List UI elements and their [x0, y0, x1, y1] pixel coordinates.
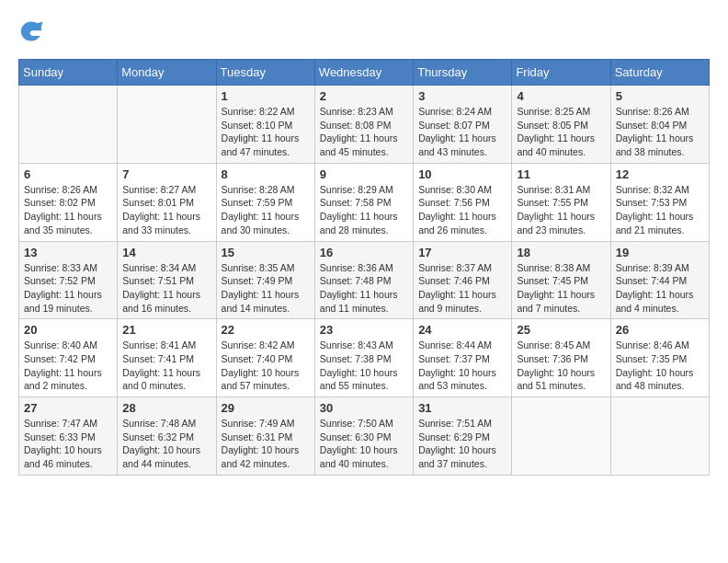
day-cell: 13Sunrise: 8:33 AM Sunset: 7:52 PM Dayli…	[19, 241, 118, 319]
day-cell: 1Sunrise: 8:22 AM Sunset: 8:10 PM Daylig…	[216, 86, 314, 164]
header-cell-friday: Friday	[512, 60, 610, 86]
day-cell: 7Sunrise: 8:27 AM Sunset: 8:01 PM Daylig…	[118, 163, 216, 241]
day-number: 11	[517, 167, 605, 181]
week-row-5: 27Sunrise: 7:47 AM Sunset: 6:33 PM Dayli…	[19, 397, 710, 476]
day-number: 4	[517, 89, 605, 103]
day-detail: Sunrise: 8:36 AM Sunset: 7:48 PM Dayligh…	[320, 261, 408, 316]
day-cell: 23Sunrise: 8:43 AM Sunset: 7:38 PM Dayli…	[314, 319, 413, 397]
day-detail: Sunrise: 7:51 AM Sunset: 6:29 PM Dayligh…	[418, 417, 506, 471]
day-detail: Sunrise: 7:47 AM Sunset: 6:33 PM Dayligh…	[24, 417, 112, 471]
day-detail: Sunrise: 8:39 AM Sunset: 7:44 PM Dayligh…	[616, 261, 704, 316]
day-cell: 25Sunrise: 8:45 AM Sunset: 7:36 PM Dayli…	[512, 319, 610, 397]
day-cell: 6Sunrise: 8:26 AM Sunset: 8:02 PM Daylig…	[19, 163, 118, 241]
day-detail: Sunrise: 8:26 AM Sunset: 8:02 PM Dayligh…	[24, 183, 112, 237]
day-detail: Sunrise: 8:33 AM Sunset: 7:52 PM Dayligh…	[24, 261, 112, 316]
day-cell: 29Sunrise: 7:49 AM Sunset: 6:31 PM Dayli…	[216, 397, 314, 476]
day-cell: 27Sunrise: 7:47 AM Sunset: 6:33 PM Dayli…	[19, 397, 118, 476]
day-detail: Sunrise: 8:32 AM Sunset: 7:53 PM Dayligh…	[616, 183, 704, 237]
day-detail: Sunrise: 8:26 AM Sunset: 8:04 PM Dayligh…	[616, 105, 704, 159]
day-number: 28	[122, 401, 210, 415]
calendar-header: SundayMondayTuesdayWednesdayThursdayFrid…	[19, 60, 710, 86]
day-cell: 3Sunrise: 8:24 AM Sunset: 8:07 PM Daylig…	[414, 86, 512, 164]
day-detail: Sunrise: 8:44 AM Sunset: 7:37 PM Dayligh…	[418, 339, 506, 393]
day-number: 17	[418, 246, 506, 259]
day-cell	[610, 397, 709, 476]
day-cell: 4Sunrise: 8:25 AM Sunset: 8:05 PM Daylig…	[512, 86, 610, 164]
day-detail: Sunrise: 8:38 AM Sunset: 7:45 PM Dayligh…	[517, 261, 605, 316]
header-cell-tuesday: Tuesday	[216, 60, 314, 86]
day-number: 20	[24, 323, 112, 337]
day-detail: Sunrise: 8:25 AM Sunset: 8:05 PM Dayligh…	[517, 105, 605, 159]
day-cell: 11Sunrise: 8:31 AM Sunset: 7:55 PM Dayli…	[512, 163, 610, 241]
day-detail: Sunrise: 8:30 AM Sunset: 7:56 PM Dayligh…	[418, 183, 506, 237]
week-row-3: 13Sunrise: 8:33 AM Sunset: 7:52 PM Dayli…	[19, 241, 710, 319]
day-cell: 22Sunrise: 8:42 AM Sunset: 7:40 PM Dayli…	[216, 319, 314, 397]
day-cell: 15Sunrise: 8:35 AM Sunset: 7:49 PM Dayli…	[216, 241, 314, 319]
logo-icon	[18, 18, 44, 44]
day-number: 30	[320, 401, 408, 415]
day-cell: 16Sunrise: 8:36 AM Sunset: 7:48 PM Dayli…	[314, 241, 413, 319]
day-cell: 17Sunrise: 8:37 AM Sunset: 7:46 PM Dayli…	[414, 241, 512, 319]
day-detail: Sunrise: 7:49 AM Sunset: 6:31 PM Dayligh…	[222, 417, 310, 471]
day-number: 14	[122, 246, 210, 259]
day-number: 10	[418, 167, 506, 181]
header-row: SundayMondayTuesdayWednesdayThursdayFrid…	[19, 60, 710, 86]
header-cell-saturday: Saturday	[610, 60, 709, 86]
day-cell: 12Sunrise: 8:32 AM Sunset: 7:53 PM Dayli…	[610, 163, 709, 241]
day-detail: Sunrise: 8:43 AM Sunset: 7:38 PM Dayligh…	[320, 339, 408, 393]
day-detail: Sunrise: 8:35 AM Sunset: 7:49 PM Dayligh…	[222, 261, 310, 316]
day-number: 7	[122, 167, 210, 181]
calendar-table: SundayMondayTuesdayWednesdayThursdayFrid…	[18, 59, 710, 476]
header-cell-thursday: Thursday	[414, 60, 512, 86]
day-cell: 28Sunrise: 7:48 AM Sunset: 6:32 PM Dayli…	[118, 397, 216, 476]
header-cell-wednesday: Wednesday	[314, 60, 413, 86]
day-detail: Sunrise: 8:42 AM Sunset: 7:40 PM Dayligh…	[222, 339, 310, 393]
day-detail: Sunrise: 8:22 AM Sunset: 8:10 PM Dayligh…	[222, 105, 310, 159]
day-cell	[118, 86, 216, 164]
day-number: 18	[517, 246, 605, 259]
day-cell: 14Sunrise: 8:34 AM Sunset: 7:51 PM Dayli…	[118, 241, 216, 319]
day-cell: 19Sunrise: 8:39 AM Sunset: 7:44 PM Dayli…	[610, 241, 709, 319]
day-cell	[19, 86, 118, 164]
day-detail: Sunrise: 8:31 AM Sunset: 7:55 PM Dayligh…	[517, 183, 605, 237]
day-detail: Sunrise: 8:24 AM Sunset: 8:07 PM Dayligh…	[418, 105, 506, 159]
day-number: 13	[24, 246, 112, 259]
day-detail: Sunrise: 8:41 AM Sunset: 7:41 PM Dayligh…	[122, 339, 210, 393]
day-detail: Sunrise: 8:23 AM Sunset: 8:08 PM Dayligh…	[320, 105, 408, 159]
week-row-2: 6Sunrise: 8:26 AM Sunset: 8:02 PM Daylig…	[19, 163, 710, 241]
logo	[18, 18, 48, 44]
day-cell: 20Sunrise: 8:40 AM Sunset: 7:42 PM Dayli…	[19, 319, 118, 397]
day-detail: Sunrise: 8:45 AM Sunset: 7:36 PM Dayligh…	[517, 339, 605, 393]
page-header	[18, 18, 710, 44]
day-detail: Sunrise: 8:46 AM Sunset: 7:35 PM Dayligh…	[616, 339, 704, 393]
day-detail: Sunrise: 8:34 AM Sunset: 7:51 PM Dayligh…	[122, 261, 210, 316]
day-detail: Sunrise: 8:27 AM Sunset: 8:01 PM Dayligh…	[122, 183, 210, 237]
day-number: 2	[320, 89, 408, 103]
day-number: 1	[222, 89, 310, 103]
day-number: 31	[418, 401, 506, 415]
day-number: 24	[418, 323, 506, 337]
day-number: 19	[616, 246, 704, 259]
day-number: 15	[222, 246, 310, 259]
day-cell	[512, 397, 610, 476]
day-number: 5	[616, 89, 704, 103]
day-detail: Sunrise: 8:37 AM Sunset: 7:46 PM Dayligh…	[418, 261, 506, 316]
day-cell: 26Sunrise: 8:46 AM Sunset: 7:35 PM Dayli…	[610, 319, 709, 397]
day-number: 21	[122, 323, 210, 337]
day-cell: 24Sunrise: 8:44 AM Sunset: 7:37 PM Dayli…	[414, 319, 512, 397]
day-detail: Sunrise: 8:28 AM Sunset: 7:59 PM Dayligh…	[222, 183, 310, 237]
day-cell: 9Sunrise: 8:29 AM Sunset: 7:58 PM Daylig…	[314, 163, 413, 241]
day-cell: 5Sunrise: 8:26 AM Sunset: 8:04 PM Daylig…	[610, 86, 709, 164]
day-cell: 8Sunrise: 8:28 AM Sunset: 7:59 PM Daylig…	[216, 163, 314, 241]
day-number: 22	[222, 323, 310, 337]
week-row-1: 1Sunrise: 8:22 AM Sunset: 8:10 PM Daylig…	[19, 86, 710, 164]
day-cell: 2Sunrise: 8:23 AM Sunset: 8:08 PM Daylig…	[314, 86, 413, 164]
day-cell: 31Sunrise: 7:51 AM Sunset: 6:29 PM Dayli…	[414, 397, 512, 476]
day-cell: 21Sunrise: 8:41 AM Sunset: 7:41 PM Dayli…	[118, 319, 216, 397]
day-number: 8	[222, 167, 310, 181]
day-detail: Sunrise: 7:48 AM Sunset: 6:32 PM Dayligh…	[122, 417, 210, 471]
day-number: 12	[616, 167, 704, 181]
day-number: 26	[616, 323, 704, 337]
day-cell: 18Sunrise: 8:38 AM Sunset: 7:45 PM Dayli…	[512, 241, 610, 319]
header-cell-sunday: Sunday	[19, 60, 118, 86]
